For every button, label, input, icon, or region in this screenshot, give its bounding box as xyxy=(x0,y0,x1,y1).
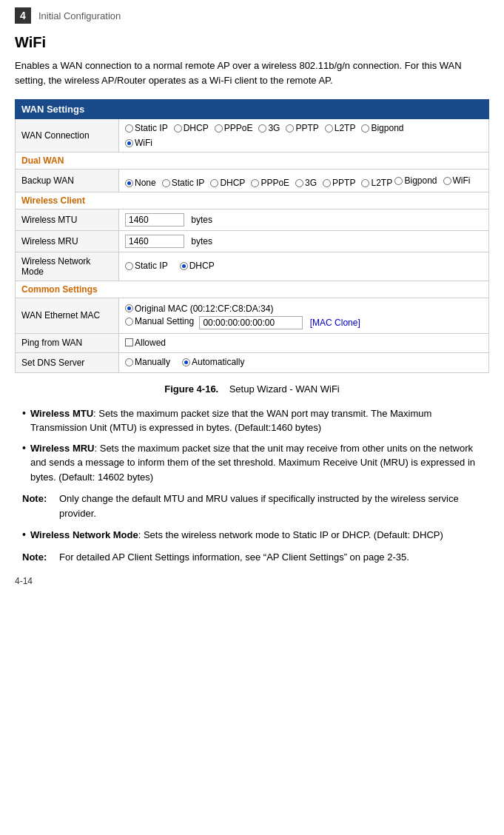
note2-text: For detailed AP Client Settings informat… xyxy=(59,550,489,565)
radio-bw-3g[interactable] xyxy=(295,179,303,187)
note1-label: Note: xyxy=(22,492,52,520)
checkbox-allowed[interactable] xyxy=(125,338,133,346)
bullet-section: • Wireless MTU: Sets the maximum packet … xyxy=(15,406,489,485)
bw-option-dhcp[interactable]: DHCP xyxy=(210,178,245,188)
figure-label: Figure 4-16. xyxy=(164,383,218,395)
wireless-mru-unit: bytes xyxy=(191,236,212,247)
table-header-row: WAN Settings xyxy=(16,100,489,119)
backup-wan-value: None Static IP DHCP PPPoE xyxy=(119,170,489,192)
radio-bw-pptp[interactable] xyxy=(323,179,331,187)
ping-allowed-label: Allowed xyxy=(135,338,166,348)
bw-option-3g[interactable]: 3G xyxy=(295,178,317,188)
bullet-item-network-mode: • Wireless Network Mode: Sets the wirele… xyxy=(15,528,489,543)
option-dhcp[interactable]: DHCP xyxy=(174,123,209,133)
wireless-mru-input[interactable] xyxy=(125,235,184,248)
radio-dns-manually[interactable] xyxy=(125,358,133,366)
radio-bw-pppoe[interactable] xyxy=(251,179,259,187)
table-row: Ping from WAN Allowed xyxy=(16,333,489,353)
bw-option-static-ip[interactable]: Static IP xyxy=(162,178,205,188)
ping-allowed-checkbox[interactable]: Allowed xyxy=(125,338,166,348)
mac-option-manual[interactable]: Manual Setting xyxy=(125,316,194,326)
wan-connection-value: Static IP DHCP PPPoE 3G xyxy=(119,119,489,152)
bullet-section-2: • Wireless Network Mode: Sets the wirele… xyxy=(15,528,489,543)
bw-option-wifi[interactable]: WiFi xyxy=(443,175,471,186)
table-row: Wireless MRU bytes xyxy=(16,231,489,252)
wireless-mtu-input[interactable] xyxy=(125,213,184,227)
ping-from-wan-label: Ping from WAN xyxy=(16,333,119,353)
option-pptp[interactable]: PPTP xyxy=(286,123,318,133)
radio-bw-l2tp[interactable] xyxy=(361,179,369,187)
mac-original-row: Original MAC (00:12:CF:C8:DA:34) xyxy=(125,302,483,314)
ping-from-wan-value: Allowed xyxy=(119,333,489,353)
bw-option-l2tp[interactable]: L2TP xyxy=(361,178,392,188)
dns-option-manually[interactable]: Manually xyxy=(125,357,170,367)
bw-option-bigpond[interactable]: Bigpond xyxy=(394,175,437,186)
chapter-title: Initial Configuration xyxy=(38,10,121,21)
option-pppoe[interactable]: PPPoE xyxy=(215,123,253,133)
radio-static-ip[interactable] xyxy=(125,124,133,133)
section-title: WiFi xyxy=(15,34,489,51)
radio-bw-bigpond[interactable] xyxy=(394,177,403,185)
radio-bw-none[interactable] xyxy=(125,179,133,187)
wan-connection-label: WAN Connection xyxy=(16,119,119,152)
bw-option-none[interactable]: None xyxy=(125,178,156,188)
dual-wan-header-row: Dual WAN xyxy=(16,152,489,170)
table-row: WAN Connection Static IP DHCP PPPoE xyxy=(16,119,489,152)
radio-mac-original[interactable] xyxy=(125,304,133,312)
bullet-dot: • xyxy=(22,406,26,435)
table-row: Backup WAN None Static IP DHCP xyxy=(16,170,489,192)
table-row: Set DNS Server Manually Automatically xyxy=(16,353,489,373)
bullet-mtu-text: Wireless MTU: Sets the maximum packet si… xyxy=(30,406,489,435)
wireless-network-mode-label: Wireless Network Mode xyxy=(16,252,119,281)
radio-nm-static[interactable] xyxy=(125,262,133,270)
table-row: Wireless Network Mode Static IP DHCP xyxy=(16,252,489,281)
option-bigpond[interactable]: Bigpond xyxy=(361,123,403,133)
intro-text: Enables a WAN connection to a normal rem… xyxy=(15,58,489,87)
wan-connection-options: Static IP DHCP PPPoE 3G xyxy=(125,123,404,133)
note2-label: Note: xyxy=(22,550,52,565)
radio-bw-static[interactable] xyxy=(162,179,170,187)
radio-pptp[interactable] xyxy=(286,124,294,133)
nm-option-static[interactable]: Static IP xyxy=(125,261,168,271)
radio-mac-manual[interactable] xyxy=(125,318,133,326)
dual-wan-header-cell: Dual WAN xyxy=(16,152,489,170)
bullet-network-mode-text: Wireless Network Mode: Sets the wireless… xyxy=(30,528,443,543)
wireless-mtu-label: Wireless MTU xyxy=(16,209,119,231)
bw-option-pppoe[interactable]: PPPoE xyxy=(251,178,289,188)
chapter-number: 4 xyxy=(15,7,31,24)
radio-3g[interactable] xyxy=(258,124,266,133)
option-static-ip[interactable]: Static IP xyxy=(125,123,168,133)
radio-wifi[interactable] xyxy=(125,139,133,147)
note1: Note: Only change the default MTU and MR… xyxy=(15,492,489,520)
wireless-mtu-unit: bytes xyxy=(191,215,212,225)
mac-manual-input[interactable] xyxy=(199,316,303,329)
note2: Note: For detailed AP Client Settings in… xyxy=(15,550,489,565)
dns-option-auto[interactable]: Automatically xyxy=(182,357,244,367)
bw-option-pptp[interactable]: PPTP xyxy=(323,178,355,188)
radio-dhcp[interactable] xyxy=(174,124,182,133)
radio-bw-wifi[interactable] xyxy=(443,177,451,185)
bullet-mru-text: Wireless MRU: Sets the maximum packet si… xyxy=(30,441,489,485)
note1-text: Only change the default MTU and MRU valu… xyxy=(59,492,489,520)
mac-clone-link[interactable]: [MAC Clone] xyxy=(310,318,360,328)
wireless-mru-label: Wireless MRU xyxy=(16,231,119,252)
radio-nm-dhcp[interactable] xyxy=(180,262,188,270)
option-l2tp[interactable]: L2TP xyxy=(325,123,356,133)
backup-wan-label: Backup WAN xyxy=(16,170,119,192)
bullet-dot-2: • xyxy=(22,528,26,543)
option-3g[interactable]: 3G xyxy=(258,123,280,133)
figure-title: Setup Wizard - WAN WiFi xyxy=(229,383,340,395)
radio-bw-dhcp[interactable] xyxy=(210,179,218,187)
option-wifi[interactable]: WiFi xyxy=(125,138,152,148)
radio-bigpond[interactable] xyxy=(361,124,369,133)
wan-mac-value: Original MAC (00:12:CF:C8:DA:34) Manual … xyxy=(119,298,489,334)
radio-pppoe[interactable] xyxy=(215,124,223,133)
nm-option-dhcp[interactable]: DHCP xyxy=(180,261,215,271)
figure-caption: Figure 4-16. Setup Wizard - WAN WiFi xyxy=(15,383,489,395)
mac-option-original[interactable]: Original MAC (00:12:CF:C8:DA:34) xyxy=(125,304,273,314)
page-number: 4-14 xyxy=(15,576,33,586)
wan-settings-table: WAN Settings WAN Connection Static IP DH… xyxy=(15,99,489,373)
radio-dns-auto[interactable] xyxy=(182,358,190,366)
common-settings-header-row: Common Settings xyxy=(16,281,489,298)
radio-l2tp[interactable] xyxy=(325,124,333,133)
